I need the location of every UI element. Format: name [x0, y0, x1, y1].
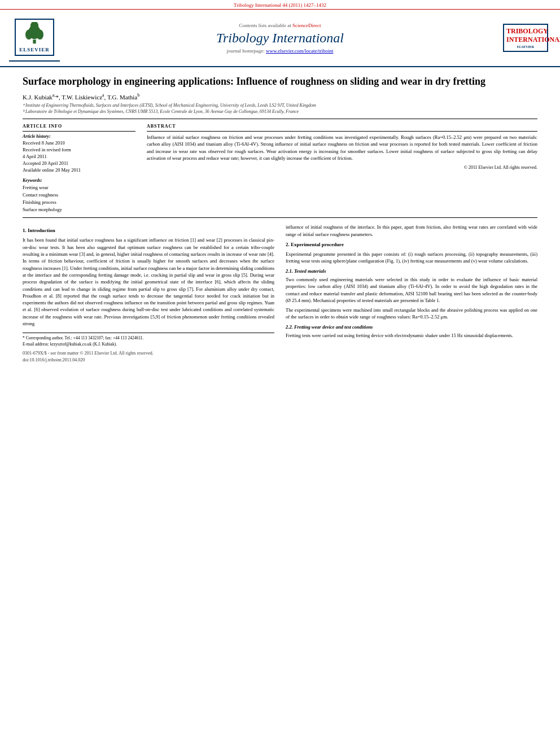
keywords-section: Keywords: Fretting wear Contact roughnes…: [23, 178, 135, 213]
homepage-label: journal homepage:: [227, 48, 265, 54]
elsevier-logo-box: ELSEVIER: [15, 19, 54, 56]
divider-2: [23, 217, 537, 218]
section1-para1: It has been found that initial surface r…: [23, 237, 274, 327]
section1-para-cont: influence of initial roughness of the in…: [286, 224, 537, 238]
elsevier-logo: ELSEVIER: [9, 14, 60, 62]
abstract-text: Influence of initial surface roughness o…: [147, 134, 537, 161]
abstract-header: ABSTRACT: [147, 124, 537, 129]
journal-center: Contents lists available at ScienceDirec…: [65, 23, 495, 54]
footer-copyright: 0301-679X/$ - see front matter © 2011 El…: [23, 350, 274, 363]
svg-point-3: [37, 29, 43, 40]
body-col-left: 1. Introduction It has been found that i…: [23, 224, 274, 363]
keyword-2: Contact roughness: [23, 191, 135, 199]
elsevier-tree-icon: [20, 22, 49, 45]
elsevier-text: ELSEVIER: [19, 47, 50, 53]
online-date: Available online 20 May 2011: [23, 167, 135, 173]
contents-line: Contents lists available at ScienceDirec…: [65, 23, 495, 28]
section1-title: 1. Introduction: [23, 227, 274, 234]
revised-date: 4 April 2011: [23, 154, 135, 160]
journal-title: Tribology International: [65, 30, 495, 46]
homepage-link[interactable]: www.elsevier.com/locate/triboint: [266, 48, 333, 54]
tribology-logo-text: TRIBOLOGYINTERNATIONAL: [506, 27, 545, 44]
body-columns: 1. Introduction It has been found that i…: [23, 224, 537, 363]
sciencedirect-link[interactable]: ScienceDirect: [292, 23, 321, 28]
article-title: Surface morphology in engineering applic…: [23, 75, 537, 88]
history-label: Article history:: [23, 134, 135, 139]
article-content: Surface morphology in engineering applic…: [0, 67, 560, 371]
article-info-header: ARTICLE INFO: [23, 124, 135, 129]
copyright-line: © 2011 Elsevier Ltd. All rights reserved…: [147, 165, 537, 170]
keyword-3: Finishing process: [23, 199, 135, 206]
received-date: Received 8 June 2010: [23, 140, 135, 146]
journal-citation-bar: Tribology International 44 (2011) 1427–1…: [0, 0, 560, 10]
affiliation-b: ᵇ Laboratoire de Tribologie et Dynamique…: [23, 109, 537, 114]
journal-header: ELSEVIER Contents lists available at Sci…: [0, 10, 560, 67]
journal-citation-text: Tribology International 44 (2011) 1427–1…: [234, 2, 326, 8]
divider-1: [23, 119, 537, 119]
article-info-col: ARTICLE INFO Article history: Received 8…: [23, 124, 135, 213]
section21-para2: The experimental specimens were machined…: [286, 307, 537, 321]
footnote-area: * Corresponding author. Tel.: +44 113 34…: [23, 333, 274, 348]
issn-line: 0301-679X/$ - see front matter © 2011 El…: [23, 350, 274, 357]
keyword-4: Surface morphology: [23, 206, 135, 213]
keyword-1: Fretting wear: [23, 184, 135, 191]
keywords-label: Keywords:: [23, 178, 135, 183]
section22-para: Fretting tests were carried out using fr…: [286, 332, 537, 339]
authors-line: K.J. Kubiaka,*, T.W. Liskiewicza, T.G. M…: [23, 93, 537, 101]
section22-title: 2.2. Fretting wear device and test condi…: [286, 324, 537, 330]
section21-title: 2.1. Tested materials: [286, 268, 537, 274]
contents-text: Contents lists available at: [239, 23, 291, 28]
doi-line: doi:10.1016/j.triboint.2011.04.020: [23, 357, 274, 364]
tribology-logo-box: TRIBOLOGYINTERNATIONAL ELSEVIER: [500, 24, 551, 52]
accepted-date: Accepted 20 April 2011: [23, 160, 135, 167]
svg-rect-0: [33, 40, 36, 43]
article-info-abstract: ARTICLE INFO Article history: Received 8…: [23, 124, 537, 213]
journal-homepage: journal homepage: www.elsevier.com/locat…: [65, 48, 495, 54]
section2-para: Experimental programme presented in this…: [286, 251, 537, 265]
section2-title: 2. Experimental procedure: [286, 241, 537, 248]
body-col-right: influence of initial roughness of the in…: [286, 224, 537, 363]
tribology-logo-sub: ELSEVIER: [506, 45, 545, 49]
revised-label: Received in revised form: [23, 147, 135, 153]
abstract-col: ABSTRACT Influence of initial surface ro…: [147, 124, 537, 213]
section21-para: Two commonly used engineering materials …: [286, 276, 537, 304]
corresponding-author: * Corresponding author. Tel.: +44 113 34…: [23, 335, 274, 342]
affiliation-a: ᵃ Institute of Engineering Thermofluids,…: [23, 103, 537, 108]
tribology-logo-inner: TRIBOLOGYINTERNATIONAL ELSEVIER: [503, 24, 548, 52]
email-footnote: E-mail address: krzysztof@kubiak.co.uk (…: [23, 342, 274, 348]
svg-point-2: [25, 29, 32, 40]
